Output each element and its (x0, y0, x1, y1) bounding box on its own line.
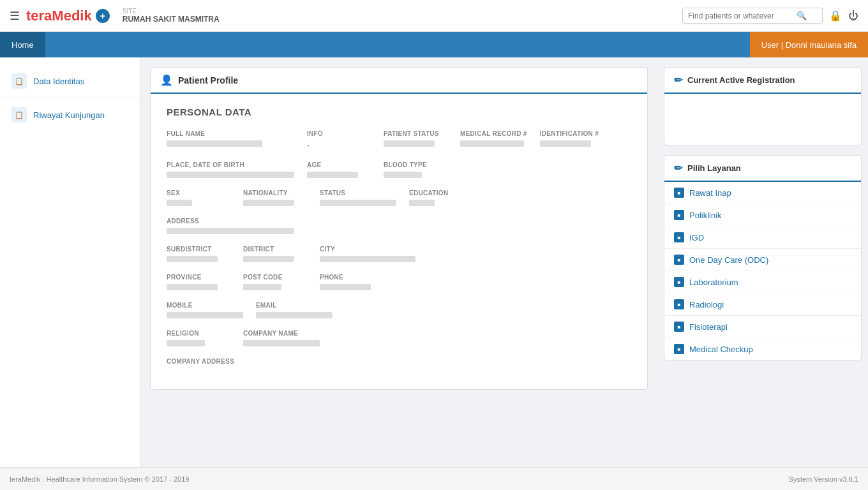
poliklinik-icon: ■ (674, 210, 684, 220)
nationality-label: NATIONALITY (243, 189, 307, 197)
field-blood-type: BLOOD TYPE (384, 161, 447, 178)
patient-profile-header: 👤 Patient Profile (151, 68, 647, 94)
laboratorium-icon: ■ (674, 277, 684, 287)
email-label: EMAIL (256, 302, 333, 309)
sidebar-item-riwayat-kunjungan[interactable]: 📋 Riwayat Kunjungan (0, 101, 140, 129)
field-place-dob: PLACE, DATE OF BIRTH (167, 161, 294, 178)
search-icon[interactable]: 🔍 (797, 11, 807, 20)
search-box[interactable]: 🔍 (682, 8, 823, 24)
place-dob-label: PLACE, DATE OF BIRTH (167, 161, 294, 168)
form-row-8: RELIGION COMPANY NAME (167, 330, 631, 346)
service-label: Poliklinik (689, 211, 722, 220)
field-nationality: NATIONALITY (243, 189, 307, 206)
main-layout: 📋 Data Identitas 📋 Riwayat Kunjungan 👤 P… (0, 57, 868, 467)
form-row-3: SEX NATIONALITY STATUS EDUCATION (167, 189, 631, 206)
search-input[interactable] (688, 11, 797, 20)
mobile-label: MOBILE (167, 302, 243, 309)
religion-value (167, 340, 205, 346)
current-active-registration-header: ✏ Current Active Registration (664, 68, 861, 94)
service-laboratorium[interactable]: ■ Laboratorium (664, 271, 861, 293)
form-row-7: MOBILE EMAIL (167, 302, 631, 318)
service-rawat-inap[interactable]: ■ Rawat Inap (664, 182, 861, 204)
nav-home[interactable]: Home (0, 32, 45, 57)
service-label: Radiologi (689, 300, 724, 309)
full-name-label: FULL NAME (167, 130, 294, 137)
email-value (256, 312, 333, 318)
field-address: ADDRESS (167, 218, 358, 234)
service-list: ■ Rawat Inap ■ Poliklinik ■ IGD ■ One Da… (664, 182, 861, 360)
blood-type-label: BLOOD TYPE (384, 161, 447, 168)
field-city: CITY (320, 246, 415, 262)
lock-icon[interactable]: 🔒 (829, 10, 842, 22)
pilih-layanan-header: ✏ Pilih Layanan (664, 156, 861, 182)
logo: teraMedik + (26, 8, 110, 24)
igd-icon: ■ (674, 232, 684, 242)
footer-right-text: System Version v3.6.1 (789, 475, 858, 483)
identification-value (540, 140, 591, 147)
current-registration-title: Current Active Registration (687, 75, 795, 85)
service-medical-checkup[interactable]: ■ Medical Checkup (664, 338, 861, 360)
field-phone: PHONE (320, 274, 384, 290)
address-value (167, 228, 294, 234)
service-odc[interactable]: ■ One Day Care (ODC) (664, 249, 861, 271)
field-identification: IDENTIFICATION # (540, 130, 604, 150)
info-label: Info (307, 130, 371, 137)
post-code-value (243, 284, 281, 290)
service-label: One Day Care (ODC) (689, 255, 768, 265)
current-registration-icon: ✏ (674, 74, 682, 86)
field-sex: SEX (167, 189, 230, 206)
sidebar-item-data-identitas[interactable]: 📋 Data Identitas (0, 67, 140, 95)
service-label: Medical Checkup (689, 345, 753, 354)
field-company-address: COMPANY ADDRESS (167, 358, 294, 365)
province-label: PROVINCE (167, 274, 230, 281)
service-label: Laboratorium (689, 278, 738, 287)
sex-label: SEX (167, 189, 230, 197)
site-info: SITE : RUMAH SAKIT MASMITRA (123, 8, 220, 24)
power-icon[interactable]: ⏻ (848, 10, 858, 22)
service-fisioterapi[interactable]: ■ Fisioterapi (664, 316, 861, 338)
patient-status-value (384, 140, 435, 147)
field-status: STATUS (320, 189, 396, 206)
patient-profile-body: PERSONAL DATA FULL NAME Info - PATIENT S… (151, 94, 647, 389)
district-label: DISTRICT (243, 246, 307, 253)
religion-label: RELIGION (167, 330, 230, 337)
sex-value (167, 200, 192, 206)
age-label: AGE (307, 161, 371, 168)
sidebar: 📋 Data Identitas 📋 Riwayat Kunjungan (0, 57, 140, 467)
footer: teraMedik : Healthcare Information Syste… (0, 467, 868, 490)
fisioterapi-icon: ■ (674, 322, 684, 332)
field-info: Info - (307, 130, 371, 150)
form-row-6: PROVINCE POST CODE PHONE (167, 274, 631, 290)
field-medical-record: MEDICAL RECORD # (460, 130, 527, 150)
data-identitas-icon: 📋 (11, 73, 27, 89)
address-label: ADDRESS (167, 218, 358, 225)
riwayat-kunjungan-icon: 📋 (11, 107, 27, 122)
post-code-label: POST CODE (243, 274, 307, 281)
content-area: 👤 Patient Profile PERSONAL DATA FULL NAM… (140, 57, 657, 467)
service-poliklinik[interactable]: ■ Poliklinik (664, 204, 861, 226)
sidebar-item-label: Riwayat Kunjungan (33, 110, 105, 120)
medical-record-label: MEDICAL RECORD # (460, 130, 527, 137)
rawat-inap-icon: ■ (674, 188, 684, 198)
footer-left-text: teraMedik : Healthcare Information Syste… (10, 475, 189, 483)
full-name-value (167, 140, 262, 147)
province-value (167, 284, 218, 290)
form-row-9: COMPANY ADDRESS (167, 358, 631, 365)
field-age: AGE (307, 161, 371, 178)
service-radiologi[interactable]: ■ Radiologi (664, 293, 861, 316)
status-value (320, 200, 396, 206)
current-active-registration-body (664, 94, 861, 145)
age-value (307, 172, 358, 178)
form-row-2: PLACE, DATE OF BIRTH AGE BLOOD TYPE (167, 161, 631, 178)
medical-checkup-icon: ■ (674, 344, 684, 354)
phone-label: PHONE (320, 274, 384, 281)
sidebar-divider (0, 98, 140, 98)
education-label: EDUCATION (409, 189, 473, 197)
topbar: ☰ teraMedik + SITE : RUMAH SAKIT MASMITR… (0, 0, 868, 32)
field-subdistrict: SUBDISTRICT (167, 246, 230, 262)
subdistrict-label: SUBDISTRICT (167, 246, 230, 253)
hamburger-menu[interactable]: ☰ (10, 9, 20, 23)
district-value (243, 256, 294, 262)
logo-cross-icon: + (96, 9, 110, 23)
service-igd[interactable]: ■ IGD (664, 226, 861, 249)
